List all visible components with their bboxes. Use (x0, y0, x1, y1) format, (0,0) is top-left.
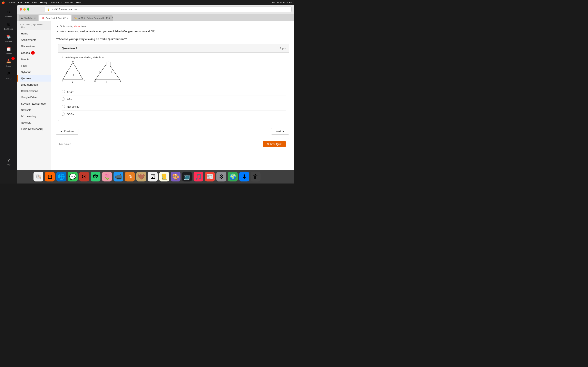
quiz-navigation: ◄ Previous Next ► (56, 128, 289, 134)
taskbar-photos[interactable]: 🌷 (102, 172, 112, 182)
nav-bigbluebutton[interactable]: BigBlueButton (17, 82, 51, 88)
taskbar-trash[interactable]: 🗑 (251, 172, 260, 182)
youtube-tab-close[interactable]: ✕ (34, 17, 36, 19)
answer-sas-label: SAS~ (67, 90, 74, 93)
quiz-info-item-2: Work on missing assignments when you are… (60, 29, 289, 33)
quiz-main-content: Quiz during class time. Work on missing … (51, 21, 294, 184)
nav-grades[interactable]: Grades 1 (17, 49, 51, 56)
answer-not-similar-label: Not similar (67, 105, 79, 108)
nav-google-drive[interactable]: Google Drive (17, 94, 51, 100)
menu-view[interactable]: View (32, 1, 37, 4)
quiz-info-item-1: Quiz during class time. (60, 25, 289, 29)
submit-area: Not saved Submit Quiz (56, 138, 289, 150)
history-icon: ⏱ (5, 71, 12, 77)
taskbar-calendar[interactable]: 25 (125, 172, 135, 182)
nav-assignments[interactable]: Assignments (17, 37, 51, 43)
nav-home[interactable]: Home (17, 30, 51, 37)
svg-text:4: 4 (79, 72, 80, 74)
nav-quizzes[interactable]: Quizzes (17, 75, 51, 82)
nav-newsela-1[interactable]: Newsela (17, 107, 51, 113)
next-button[interactable]: Next ► (271, 128, 289, 134)
radio-aa[interactable] (62, 98, 65, 101)
previous-button[interactable]: ◄ Previous (56, 128, 78, 134)
nav-dashboard[interactable]: ⊞ Dashboard (2, 20, 15, 31)
menu-help[interactable]: Help (76, 1, 81, 4)
nav-ixl[interactable]: IXL Learning (17, 113, 51, 119)
help-label: Help (7, 164, 11, 166)
tab-quiz[interactable]: 🎯 Quiz: Unit 2 Quiz #2 ✕ (39, 15, 71, 21)
taskbar-muse[interactable]: 🎨 (171, 172, 181, 182)
inbox-badge: 1 (11, 57, 15, 60)
help-icon: ? (5, 157, 12, 163)
taskbar-safari[interactable]: 🌐 (56, 172, 66, 182)
taskbar-music[interactable]: 🎵 (194, 172, 203, 182)
calendar-label: Calendar (5, 53, 12, 55)
radio-sas[interactable] (62, 90, 65, 93)
menu-window[interactable]: Window (65, 1, 73, 4)
menu-file[interactable]: File (18, 1, 22, 4)
svg-marker-0 (63, 62, 83, 80)
radio-sss[interactable] (62, 113, 65, 116)
nav-files[interactable]: Files (17, 63, 51, 69)
radio-not-similar[interactable] (62, 105, 65, 108)
tab-youtube[interactable]: ▶ YouTube ✕ (19, 15, 38, 21)
minimize-button[interactable] (23, 8, 26, 11)
taskbar-downloads[interactable]: ⬇ (239, 172, 249, 182)
close-button[interactable] (20, 8, 22, 11)
nav-calendar[interactable]: 📅 Calendar (2, 44, 15, 56)
answer-choices: SAS~ AA~ Not similar (62, 88, 286, 118)
nav-syllabus[interactable]: Syllabus (17, 69, 51, 75)
taskbar-notes[interactable]: 📒 (159, 172, 169, 182)
nav-help[interactable]: ? Help (2, 156, 15, 167)
nav-newsela-2[interactable]: Newsela (17, 119, 51, 126)
taskbar-news[interactable]: 📰 (205, 172, 215, 182)
taskbar-chrome[interactable]: 🌍 (228, 172, 238, 182)
next-label: Next (276, 130, 281, 133)
history-label: History (6, 77, 11, 80)
nav-account[interactable]: ⊙ Account (2, 7, 15, 19)
svg-text:4: 4 (72, 81, 73, 83)
nav-inbox[interactable]: 📥 Inbox 1 (2, 57, 15, 68)
address-bar[interactable]: 🔒 cusdk12.instructure.com (45, 7, 292, 12)
menu-safari[interactable]: Safari (9, 1, 15, 4)
taskbar-mail[interactable]: ✉ (79, 172, 89, 182)
taskbar-preferences[interactable]: ⚙ (216, 172, 226, 182)
nav-courses[interactable]: 📚 Courses (2, 32, 15, 44)
taskbar-facetime[interactable]: 📹 (113, 172, 123, 182)
nav-savvas[interactable]: Savvas - EasyBridge (17, 100, 51, 107)
nav-history[interactable]: ⏱ History (2, 69, 15, 81)
triangle-diagram: A B C 3 4 4 4 (62, 61, 286, 84)
menu-bookmarks[interactable]: Bookmarks (51, 1, 62, 4)
nav-lucid[interactable]: Lucid (Whiteboard) (17, 126, 51, 132)
lock-icon: 🔒 (47, 8, 50, 11)
taskbar-finder[interactable]: 🐚 (34, 172, 43, 182)
question-card: Question 7 1 pts If the triangles are si… (58, 44, 289, 121)
tab-ai-math[interactable]: ✏️ AI Math Solver Powered by Math GPT Fr… (72, 15, 113, 21)
account-icon: ⊙ (5, 8, 12, 15)
nav-discussions[interactable]: Discussions (17, 43, 51, 49)
menu-history[interactable]: History (40, 1, 47, 4)
browser-nav-buttons: ‹ › (33, 7, 43, 12)
question-points: 1 pts (280, 47, 286, 50)
fullscreen-button[interactable] (27, 8, 29, 11)
answer-aa-label: AA~ (67, 98, 72, 101)
taskbar-messages[interactable]: 💬 (68, 172, 78, 182)
taskbar-maps[interactable]: 🗺 (91, 172, 100, 182)
apple-menu[interactable]: 🍎 (2, 1, 5, 4)
submit-quiz-button[interactable]: Submit Quiz (263, 141, 286, 147)
courses-label: Courses (5, 40, 12, 43)
browser-content: 2024/2025 [1S] Calexico Hig... Home Assi… (17, 21, 294, 184)
taskbar-reminders[interactable]: ☑ (148, 172, 158, 182)
taskbar-contacts[interactable]: 🤎 (136, 172, 146, 182)
forward-button[interactable]: › (38, 7, 43, 12)
menu-edit[interactable]: Edit (25, 1, 29, 4)
question-checkbox[interactable] (107, 62, 111, 66)
question-text: If the triangles are similar, state how. (62, 56, 286, 59)
system-time: Fri Oct 25 12:45 PM (272, 1, 292, 4)
taskbar-launchpad[interactable]: ⊞ (45, 172, 55, 182)
nav-people[interactable]: People (17, 56, 51, 63)
back-button[interactable]: ‹ (33, 7, 38, 12)
nav-collaborations[interactable]: Collaborations (17, 88, 51, 94)
taskbar-tv[interactable]: 📺 (182, 172, 192, 182)
quiz-tab-close[interactable]: ✕ (67, 17, 69, 19)
